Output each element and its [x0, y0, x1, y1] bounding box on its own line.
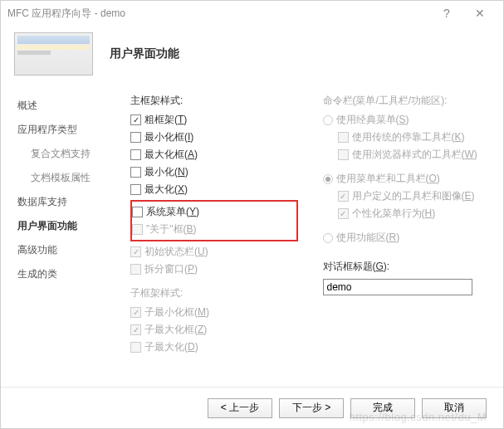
classic-menu-radio [323, 115, 333, 125]
sidebar-item-apptype[interactable]: 应用程序类型 [14, 118, 130, 142]
sysmenu-checkbox[interactable] [132, 207, 143, 217]
mainframe-label: 主框架样式: [130, 94, 298, 108]
personal-label: 个性化菜单行为(H) [352, 207, 436, 221]
child-maximized-label: 子最大化(D) [144, 340, 198, 354]
cmdbar-label: 命令栏(菜单/工具栏/功能区): [323, 94, 491, 108]
dockbars-label: 使用传统的停靠工具栏(K) [352, 130, 465, 144]
dlgtitle-input[interactable] [323, 279, 472, 295]
maxbox-label: 最大化框(A) [144, 148, 198, 162]
maximized-label: 最大化(X) [144, 183, 188, 197]
sidebar-item-overview[interactable]: 概述 [14, 94, 130, 118]
maximized-checkbox[interactable] [130, 184, 141, 195]
sidebar-item-compound[interactable]: 复合文档支持 [14, 142, 130, 166]
child-maxbox-checkbox [130, 324, 141, 335]
sysmenu-label: 系统菜单(Y) [146, 205, 199, 219]
thick-frame-label: 粗框架(T) [144, 113, 187, 127]
right-col: 命令栏(菜单/工具栏/功能区): 使用经典菜单(S) 使用传统的停靠工具栏(K)… [323, 94, 491, 387]
sidebar-item-ui[interactable]: 用户界面功能 [14, 214, 130, 238]
wizard-window: MFC 应用程序向导 - demo ? ✕ 用户界面功能 概述 应用程序类型 复… [0, 0, 504, 429]
dlgtitle-label: 对话框标题(G): [323, 260, 491, 274]
help-button[interactable]: ? [430, 7, 463, 20]
minimized-label: 最小化(N) [144, 165, 188, 179]
minimized-checkbox[interactable] [130, 167, 141, 178]
body: 概述 应用程序类型 复合文档支持 文档模板属性 数据库支持 用户界面功能 高级功… [1, 85, 503, 387]
finish-button[interactable]: 完成 [350, 398, 415, 418]
menubar-label: 使用菜单栏和工具栏(O) [336, 172, 440, 186]
browserbars-checkbox [338, 149, 349, 160]
sidebar: 概述 应用程序类型 复合文档支持 文档模板属性 数据库支持 用户界面功能 高级功… [14, 85, 130, 387]
about-checkbox [132, 224, 143, 235]
ribbon-radio [323, 233, 333, 243]
split-checkbox [130, 264, 141, 275]
browserbars-label: 使用浏览器样式的工具栏(W) [352, 148, 477, 162]
child-maximized-checkbox [130, 342, 141, 353]
child-minbox-checkbox [130, 307, 141, 318]
userimg-checkbox [338, 191, 349, 202]
split-label: 拆分窗口(P) [144, 262, 198, 276]
childframe-label: 子框架样式: [130, 286, 298, 300]
page-title: 用户界面功能 [110, 46, 179, 61]
preview-thumbnail [14, 32, 93, 76]
cancel-button[interactable]: 取消 [422, 398, 487, 418]
thick-frame-checkbox[interactable] [130, 115, 141, 125]
statusbar-checkbox [130, 246, 141, 257]
window-title: MFC 应用程序向导 - demo [7, 7, 430, 21]
titlebar: MFC 应用程序向导 - demo ? ✕ [1, 1, 503, 26]
dockbars-checkbox [338, 132, 349, 143]
child-maxbox-label: 子最大化框(Z) [144, 323, 207, 337]
child-minbox-label: 子最小化框(M) [144, 305, 209, 319]
footer: < 上一步 下一步 > 完成 取消 https://blog.csdn.net/… [1, 387, 503, 428]
sidebar-item-advanced[interactable]: 高级功能 [14, 238, 130, 262]
personal-checkbox [338, 208, 349, 219]
classic-menu-label: 使用经典菜单(S) [336, 113, 409, 127]
ribbon-label: 使用功能区(R) [336, 231, 400, 245]
maxbox-checkbox[interactable] [130, 149, 141, 160]
header: 用户界面功能 [1, 26, 503, 85]
minbox-checkbox[interactable] [130, 132, 141, 143]
userimg-label: 用户定义的工具栏和图像(E) [352, 189, 475, 203]
menubar-radio [323, 174, 333, 184]
highlight-box: 系统菜单(Y) "关于"框(B) [130, 200, 298, 241]
sidebar-item-database[interactable]: 数据库支持 [14, 190, 130, 214]
prev-button[interactable]: < 上一步 [208, 398, 272, 418]
minbox-label: 最小化框(I) [144, 130, 193, 144]
left-col: 主框架样式: 粗框架(T) 最小化框(I) 最大化框(A) 最小化(N) 最大化… [130, 94, 298, 387]
statusbar-label: 初始状态栏(U) [144, 245, 208, 259]
close-button[interactable]: ✕ [463, 7, 497, 20]
content: 主框架样式: 粗框架(T) 最小化框(I) 最大化框(A) 最小化(N) 最大化… [130, 85, 490, 387]
about-label: "关于"框(B) [146, 222, 197, 236]
next-button[interactable]: 下一步 > [279, 398, 344, 418]
sidebar-item-generated[interactable]: 生成的类 [14, 262, 130, 286]
sidebar-item-doctemplate[interactable]: 文档模板属性 [14, 166, 130, 190]
